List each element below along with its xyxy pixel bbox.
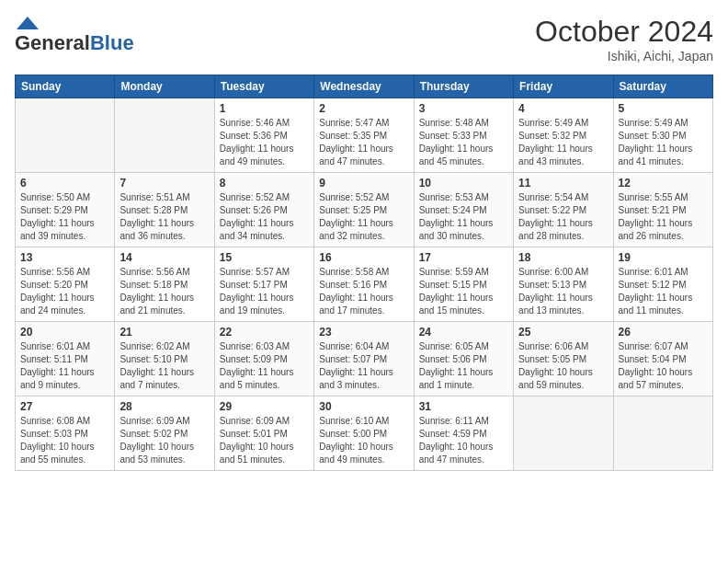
day-number: 9 bbox=[319, 177, 408, 190]
day-number: 15 bbox=[220, 251, 309, 264]
day-info: Sunrise: 6:10 AM Sunset: 5:00 PM Dayligh… bbox=[319, 415, 408, 466]
day-number: 22 bbox=[220, 326, 309, 339]
day-cell: 1Sunrise: 5:46 AM Sunset: 5:36 PM Daylig… bbox=[214, 98, 313, 173]
day-info: Sunrise: 5:54 AM Sunset: 5:22 PM Dayligh… bbox=[518, 191, 608, 243]
col-header-friday: Friday bbox=[514, 75, 613, 98]
logo-icon bbox=[15, 15, 40, 31]
day-cell: 10Sunrise: 5:53 AM Sunset: 5:24 PM Dayli… bbox=[414, 173, 513, 247]
day-number: 5 bbox=[619, 102, 708, 115]
day-number: 2 bbox=[319, 102, 408, 115]
col-header-thursday: Thursday bbox=[414, 75, 513, 98]
day-number: 24 bbox=[419, 326, 508, 339]
page-header: General Blue October 2024 Ishiki, Aichi,… bbox=[15, 15, 713, 63]
day-info: Sunrise: 5:49 AM Sunset: 5:32 PM Dayligh… bbox=[518, 117, 608, 168]
day-info: Sunrise: 6:06 AM Sunset: 5:05 PM Dayligh… bbox=[518, 340, 608, 392]
day-cell: 9Sunrise: 5:52 AM Sunset: 5:25 PM Daylig… bbox=[314, 173, 414, 247]
day-cell bbox=[115, 98, 214, 173]
day-number: 11 bbox=[518, 177, 608, 190]
day-info: Sunrise: 5:48 AM Sunset: 5:33 PM Dayligh… bbox=[419, 117, 508, 168]
col-header-tuesday: Tuesday bbox=[214, 75, 313, 98]
day-cell: 26Sunrise: 6:07 AM Sunset: 5:04 PM Dayli… bbox=[613, 322, 712, 396]
day-cell: 8Sunrise: 5:52 AM Sunset: 5:26 PM Daylig… bbox=[214, 173, 313, 247]
day-cell: 23Sunrise: 6:04 AM Sunset: 5:07 PM Dayli… bbox=[314, 322, 414, 396]
day-info: Sunrise: 5:57 AM Sunset: 5:17 PM Dayligh… bbox=[220, 266, 309, 317]
day-cell: 24Sunrise: 6:05 AM Sunset: 5:06 PM Dayli… bbox=[414, 322, 513, 396]
day-cell bbox=[16, 98, 115, 173]
day-cell: 31Sunrise: 6:11 AM Sunset: 4:59 PM Dayli… bbox=[414, 396, 513, 471]
day-number: 8 bbox=[220, 177, 309, 190]
day-cell: 3Sunrise: 5:48 AM Sunset: 5:33 PM Daylig… bbox=[414, 98, 513, 173]
day-number: 1 bbox=[220, 102, 309, 115]
svg-marker-0 bbox=[17, 17, 39, 29]
day-info: Sunrise: 6:09 AM Sunset: 5:01 PM Dayligh… bbox=[220, 415, 309, 466]
day-cell: 5Sunrise: 5:49 AM Sunset: 5:30 PM Daylig… bbox=[613, 98, 712, 173]
day-number: 25 bbox=[518, 326, 608, 339]
calendar-header-row: SundayMondayTuesdayWednesdayThursdayFrid… bbox=[16, 75, 713, 98]
title-block: October 2024 Ishiki, Aichi, Japan bbox=[535, 15, 713, 63]
day-cell: 11Sunrise: 5:54 AM Sunset: 5:22 PM Dayli… bbox=[514, 173, 613, 247]
day-cell: 18Sunrise: 6:00 AM Sunset: 5:13 PM Dayli… bbox=[514, 247, 613, 322]
day-info: Sunrise: 6:11 AM Sunset: 4:59 PM Dayligh… bbox=[419, 415, 508, 466]
week-row-2: 6Sunrise: 5:50 AM Sunset: 5:29 PM Daylig… bbox=[16, 173, 713, 247]
day-cell: 14Sunrise: 5:56 AM Sunset: 5:18 PM Dayli… bbox=[115, 247, 214, 322]
day-cell: 28Sunrise: 6:09 AM Sunset: 5:02 PM Dayli… bbox=[115, 396, 214, 471]
day-info: Sunrise: 5:53 AM Sunset: 5:24 PM Dayligh… bbox=[419, 191, 508, 243]
day-number: 19 bbox=[619, 251, 708, 264]
day-number: 17 bbox=[419, 251, 508, 264]
day-info: Sunrise: 5:51 AM Sunset: 5:28 PM Dayligh… bbox=[119, 191, 209, 243]
week-row-1: 1Sunrise: 5:46 AM Sunset: 5:36 PM Daylig… bbox=[16, 98, 713, 173]
day-cell bbox=[613, 396, 712, 471]
day-number: 23 bbox=[319, 326, 408, 339]
day-number: 20 bbox=[20, 326, 109, 339]
day-cell: 6Sunrise: 5:50 AM Sunset: 5:29 PM Daylig… bbox=[16, 173, 115, 247]
day-cell: 21Sunrise: 6:02 AM Sunset: 5:10 PM Dayli… bbox=[115, 322, 214, 396]
day-cell bbox=[514, 396, 613, 471]
month-title: October 2024 bbox=[535, 15, 713, 49]
day-info: Sunrise: 5:47 AM Sunset: 5:35 PM Dayligh… bbox=[319, 117, 408, 168]
col-header-sunday: Sunday bbox=[16, 75, 115, 98]
day-cell: 27Sunrise: 6:08 AM Sunset: 5:03 PM Dayli… bbox=[16, 396, 115, 471]
day-cell: 25Sunrise: 6:06 AM Sunset: 5:05 PM Dayli… bbox=[514, 322, 613, 396]
day-info: Sunrise: 6:07 AM Sunset: 5:04 PM Dayligh… bbox=[619, 340, 708, 392]
day-number: 31 bbox=[419, 400, 508, 413]
day-info: Sunrise: 6:02 AM Sunset: 5:10 PM Dayligh… bbox=[119, 340, 209, 392]
day-info: Sunrise: 5:56 AM Sunset: 5:18 PM Dayligh… bbox=[119, 266, 209, 317]
day-info: Sunrise: 5:46 AM Sunset: 5:36 PM Dayligh… bbox=[220, 117, 309, 168]
day-info: Sunrise: 6:03 AM Sunset: 5:09 PM Dayligh… bbox=[220, 340, 309, 392]
day-number: 26 bbox=[619, 326, 708, 339]
col-header-saturday: Saturday bbox=[613, 75, 712, 98]
day-info: Sunrise: 5:52 AM Sunset: 5:25 PM Dayligh… bbox=[319, 191, 408, 243]
day-cell: 2Sunrise: 5:47 AM Sunset: 5:35 PM Daylig… bbox=[314, 98, 414, 173]
day-number: 30 bbox=[319, 400, 408, 413]
day-cell: 29Sunrise: 6:09 AM Sunset: 5:01 PM Dayli… bbox=[214, 396, 313, 471]
logo-blue: Blue bbox=[90, 31, 134, 55]
day-cell: 22Sunrise: 6:03 AM Sunset: 5:09 PM Dayli… bbox=[214, 322, 313, 396]
day-info: Sunrise: 5:58 AM Sunset: 5:16 PM Dayligh… bbox=[319, 266, 408, 317]
day-number: 28 bbox=[119, 400, 209, 413]
day-number: 14 bbox=[119, 251, 209, 264]
day-number: 27 bbox=[20, 400, 109, 413]
day-cell: 19Sunrise: 6:01 AM Sunset: 5:12 PM Dayli… bbox=[613, 247, 712, 322]
day-info: Sunrise: 6:01 AM Sunset: 5:12 PM Dayligh… bbox=[619, 266, 708, 317]
day-cell: 12Sunrise: 5:55 AM Sunset: 5:21 PM Dayli… bbox=[613, 173, 712, 247]
day-cell: 17Sunrise: 5:59 AM Sunset: 5:15 PM Dayli… bbox=[414, 247, 513, 322]
day-cell: 20Sunrise: 6:01 AM Sunset: 5:11 PM Dayli… bbox=[16, 322, 115, 396]
day-info: Sunrise: 5:56 AM Sunset: 5:20 PM Dayligh… bbox=[20, 266, 109, 317]
week-row-5: 27Sunrise: 6:08 AM Sunset: 5:03 PM Dayli… bbox=[16, 396, 713, 471]
week-row-3: 13Sunrise: 5:56 AM Sunset: 5:20 PM Dayli… bbox=[16, 247, 713, 322]
day-info: Sunrise: 6:04 AM Sunset: 5:07 PM Dayligh… bbox=[319, 340, 408, 392]
day-number: 10 bbox=[419, 177, 508, 190]
col-header-wednesday: Wednesday bbox=[314, 75, 414, 98]
day-info: Sunrise: 5:49 AM Sunset: 5:30 PM Dayligh… bbox=[619, 117, 708, 168]
day-number: 21 bbox=[119, 326, 209, 339]
day-number: 13 bbox=[20, 251, 109, 264]
day-info: Sunrise: 6:09 AM Sunset: 5:02 PM Dayligh… bbox=[119, 415, 209, 466]
day-cell: 15Sunrise: 5:57 AM Sunset: 5:17 PM Dayli… bbox=[214, 247, 313, 322]
day-cell: 4Sunrise: 5:49 AM Sunset: 5:32 PM Daylig… bbox=[514, 98, 613, 173]
day-number: 12 bbox=[619, 177, 708, 190]
col-header-monday: Monday bbox=[115, 75, 214, 98]
calendar-table: SundayMondayTuesdayWednesdayThursdayFrid… bbox=[15, 75, 713, 471]
day-cell: 13Sunrise: 5:56 AM Sunset: 5:20 PM Dayli… bbox=[16, 247, 115, 322]
day-info: Sunrise: 5:50 AM Sunset: 5:29 PM Dayligh… bbox=[20, 191, 109, 243]
day-number: 7 bbox=[119, 177, 209, 190]
